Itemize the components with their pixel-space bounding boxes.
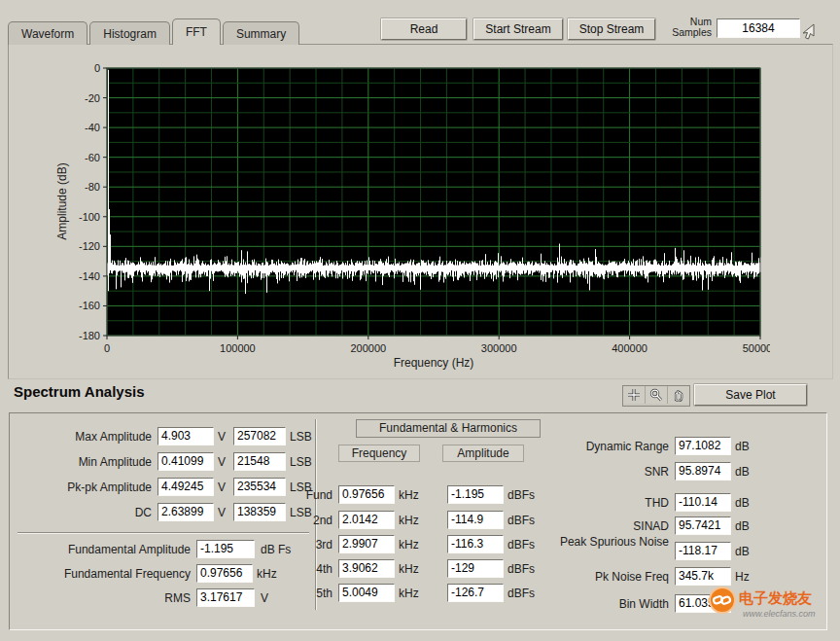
- crosshair-icon: [627, 388, 641, 402]
- svg-text:300000: 300000: [481, 342, 517, 354]
- harmonics-amplitude-header: Amplitude: [442, 445, 524, 462]
- svg-text:0: 0: [104, 342, 110, 354]
- sinad-value: 95.7421: [675, 516, 731, 535]
- snr-label: SNR: [533, 465, 669, 479]
- harmonic-amp-value: -114.9: [447, 511, 504, 529]
- magnifier-icon: [649, 388, 664, 402]
- fundamental-frequency-label: Fundamental Frequency: [10, 567, 191, 581]
- harmonic-freq-unit: kHz: [399, 514, 419, 527]
- svg-text:0: 0: [94, 62, 100, 74]
- tab-waveform[interactable]: Waveform: [8, 21, 88, 45]
- x-axis-title: Frequency (Hz): [394, 356, 474, 370]
- fundamental-amplitude-value: -1.195: [196, 540, 255, 558]
- tab-histogram[interactable]: Histogram: [89, 21, 170, 45]
- cursor-tool-button[interactable]: [623, 386, 646, 404]
- tab-summary[interactable]: Summary: [223, 21, 299, 45]
- harmonic-row-name: 2nd: [298, 514, 332, 527]
- max-amplitude-label: Max Amplitude: [10, 430, 152, 444]
- snr-unit: dB: [735, 465, 750, 479]
- svg-text:100000: 100000: [220, 342, 256, 354]
- harmonic-amp-unit: dBFs: [508, 587, 535, 600]
- harmonic-amp-unit: dBFs: [508, 538, 535, 552]
- bin-width-label: Bin Width: [533, 597, 669, 611]
- max-amplitude-v-value: 4.903: [158, 427, 214, 445]
- min-amplitude-lsb-unit: LSB: [290, 455, 312, 469]
- svg-text:-60: -60: [85, 152, 100, 163]
- harmonic-freq-unit: kHz: [399, 488, 419, 502]
- tab-fft[interactable]: FFT: [172, 18, 221, 45]
- harmonic-freq-value: 2.9907: [338, 535, 395, 553]
- harmonic-row-name: 4th: [298, 562, 332, 576]
- harmonic-freq-value: 2.0142: [338, 511, 395, 529]
- fundamental-amplitude-label: Fundamental Amplitude: [10, 543, 191, 556]
- watermark: 电子发烧友 www.elecfans.com: [706, 584, 837, 634]
- thd-label: THD: [533, 496, 669, 510]
- fft-plot[interactable]: 01000002000003000004000005000000-20-40-6…: [51, 56, 770, 365]
- num-samples-label: Num Samples: [665, 17, 712, 38]
- dc-label: DC: [10, 506, 152, 519]
- watermark-brand: 电子发烧友: [739, 589, 812, 608]
- rms-unit: V: [261, 591, 268, 605]
- pk-noise-freq-label: Pk Noise Freq: [533, 570, 669, 584]
- section-title: Spectrum Analysis: [14, 383, 145, 400]
- dc-lsb-value: 138359: [233, 503, 286, 521]
- min-amplitude-lsb-value: 21548: [233, 452, 286, 471]
- pkpk-amplitude-lsb-value: 235534: [233, 478, 286, 496]
- svg-text:-140: -140: [79, 270, 100, 282]
- min-amplitude-label: Min Amplitude: [10, 455, 152, 469]
- dynamic-range-label: Dynamic Range: [533, 440, 669, 453]
- num-samples-input[interactable]: 16384: [717, 18, 800, 38]
- measurements-panel: Max Amplitude 4.903 V 257082 LSB Min Amp…: [9, 412, 827, 630]
- thd-unit: dB: [735, 496, 750, 510]
- watermark-url: www.elecfans.com: [743, 609, 816, 619]
- harmonic-amp-value: -126.7: [447, 584, 504, 602]
- svg-text:400000: 400000: [612, 342, 648, 354]
- svg-text:-80: -80: [85, 181, 100, 193]
- horizontal-divider: [18, 532, 309, 534]
- svg-text:-160: -160: [79, 300, 100, 311]
- sinad-unit: dB: [735, 519, 750, 533]
- harmonic-amp-value: -1.195: [447, 485, 504, 504]
- svg-text:-100: -100: [79, 211, 100, 223]
- svg-text:-120: -120: [79, 240, 100, 252]
- snr-value: 95.8974: [675, 462, 731, 481]
- read-button[interactable]: Read: [381, 18, 467, 40]
- stop-stream-button[interactable]: Stop Stream: [568, 18, 655, 40]
- rms-label: RMS: [10, 591, 191, 605]
- harmonic-freq-value: 0.97656: [338, 485, 395, 504]
- fft-analyzer-window: Waveform Histogram FFT Summary Read Star…: [0, 0, 840, 641]
- mouse-cursor-icon: [801, 23, 817, 40]
- pkpk-amplitude-label: Pk-pk Amplitude: [10, 481, 152, 494]
- harmonic-amp-unit: dBFs: [508, 488, 535, 502]
- min-amplitude-v-value: 0.41099: [158, 452, 214, 471]
- harmonic-row-name: 3rd: [298, 538, 332, 552]
- peak-spurious-noise-label: Peak Spurious Noise: [533, 536, 669, 549]
- pan-tool-button[interactable]: [668, 386, 689, 404]
- max-amplitude-v-unit: V: [218, 430, 226, 444]
- max-amplitude-lsb-value: 257082: [233, 427, 286, 445]
- harmonic-freq-value: 5.0049: [338, 584, 395, 602]
- harmonic-row-name: 5th: [298, 587, 332, 600]
- fundamental-frequency-value: 0.97656: [196, 564, 253, 583]
- harmonic-amp-unit: dBFs: [508, 514, 535, 527]
- harmonic-amp-value: -116.3: [447, 535, 504, 553]
- start-stream-button[interactable]: Start Stream: [473, 18, 563, 40]
- thd-value: -110.14: [675, 493, 731, 512]
- harmonic-freq-unit: kHz: [399, 538, 419, 552]
- harmonic-freq-value: 3.9062: [338, 559, 395, 578]
- zoom-tool-button[interactable]: [646, 386, 668, 404]
- y-axis-title: Amplitude (dB): [55, 162, 69, 239]
- harmonic-row-name: Fund: [298, 488, 332, 502]
- save-plot-button[interactable]: Save Plot: [694, 384, 807, 406]
- sinad-label: SINAD: [533, 519, 669, 533]
- max-amplitude-lsb-unit: LSB: [290, 430, 312, 444]
- svg-text:-180: -180: [79, 330, 100, 341]
- hand-icon: [672, 388, 685, 402]
- pk-noise-freq-unit: Hz: [735, 570, 750, 584]
- svg-text:500000: 500000: [743, 342, 770, 354]
- harmonic-amp-value: -129: [447, 559, 504, 578]
- peak-spurious-noise-unit: dB: [735, 545, 750, 558]
- watermark-logo-icon: [708, 586, 737, 615]
- graph-tool-palette: [622, 385, 690, 407]
- dynamic-range-value: 97.1082: [675, 437, 731, 455]
